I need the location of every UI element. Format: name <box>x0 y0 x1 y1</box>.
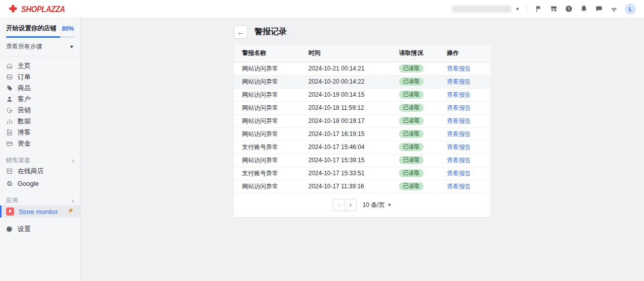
next-page-button[interactable]: › <box>345 199 357 211</box>
prev-page-button[interactable]: ‹ <box>333 199 345 211</box>
sidebar-item-online-store[interactable]: 在线商店 <box>0 165 80 177</box>
google-icon: G <box>6 180 13 187</box>
flag-icon[interactable] <box>534 5 542 13</box>
action-cell: 查看报告 <box>439 127 491 140</box>
alert-name-cell: 网站访问异常 <box>234 154 300 167</box>
back-button[interactable]: ← <box>234 25 248 39</box>
view-report-link[interactable]: 查看报告 <box>447 170 471 177</box>
sidebar-item-label: Store monitor <box>19 208 58 216</box>
network-icon[interactable] <box>610 5 618 13</box>
sidebar-item-home[interactable]: 主页 <box>0 60 80 72</box>
sidebar-item-marketing[interactable]: 营销 <box>0 105 80 116</box>
page-title: 警报记录 <box>255 27 287 37</box>
store-selector[interactable]: ▼ <box>452 6 520 13</box>
sidebar-item-label: 数据 <box>18 117 31 126</box>
sidebar-section-apps[interactable]: 应用 › <box>0 195 80 205</box>
view-report-link[interactable]: 查看报告 <box>447 78 471 85</box>
view-report-link[interactable]: 查看报告 <box>447 91 471 98</box>
alert-name-cell: 支付账号异常 <box>234 140 300 154</box>
status-badge: 已读取 <box>399 130 424 138</box>
sidebar-item-settings[interactable]: 设置 <box>0 224 80 235</box>
status-badge: 已读取 <box>399 64 424 73</box>
table-row[interactable]: 网站访问异常 2024-10-18 00:19:17 已读取 查看报告 <box>234 114 491 127</box>
view-report-link[interactable]: 查看报告 <box>447 183 471 190</box>
chevron-right-icon: › <box>72 157 74 164</box>
alert-time-cell: 2024-10-17 15:33:51 <box>300 167 391 180</box>
funds-icon <box>6 140 13 147</box>
table-row[interactable]: 网站访问异常 2024-10-20 00:14:22 已读取 查看报告 <box>234 75 491 88</box>
table-row[interactable]: 网站访问异常 2024-10-18 11:59:12 已读取 查看报告 <box>234 101 491 114</box>
alert-time-cell: 2024-10-17 15:46:04 <box>300 140 391 154</box>
sidebar-item-store-monitor[interactable]: Store monitor <box>0 205 80 218</box>
chevron-down-icon: ▼ <box>69 44 74 49</box>
chevron-right-icon: › <box>72 197 74 204</box>
status-cell: 已读取 <box>391 167 439 180</box>
notifications-icon[interactable] <box>580 5 588 13</box>
table-row[interactable]: 网站访问异常 2024-10-17 15:39:15 已读取 查看报告 <box>234 154 491 167</box>
sidebar-item-blog[interactable]: 博客 <box>0 127 80 138</box>
alerts-card: 警报名称 时间 读取情况 操作 网站访问异常 2024-10-21 00:14:… <box>234 45 491 217</box>
action-cell: 查看报告 <box>439 101 491 114</box>
sidebar-item-funds[interactable]: 资金 <box>0 138 80 149</box>
view-report-link[interactable]: 查看报告 <box>447 65 471 72</box>
setup-title: 开始设置你的店铺 <box>6 24 56 33</box>
sidebar-item-google[interactable]: G Google <box>0 177 80 189</box>
help-icon[interactable] <box>565 5 573 13</box>
table-header-row: 警报名称 时间 读取情况 操作 <box>234 45 491 62</box>
view-report-link[interactable]: 查看报告 <box>447 157 471 164</box>
status-cell: 已读取 <box>391 140 439 154</box>
action-cell: 查看报告 <box>439 75 491 88</box>
pin-icon[interactable] <box>67 207 74 216</box>
view-all-steps-label: 查看所有步骤 <box>6 42 42 51</box>
status-badge: 已读取 <box>399 182 424 190</box>
sidebar-item-customers[interactable]: 客户 <box>0 94 80 105</box>
table-row[interactable]: 网站访问异常 2024-10-19 00:14:15 已读取 查看报告 <box>234 88 491 101</box>
status-cell: 已读取 <box>391 154 439 167</box>
status-cell: 已读取 <box>391 101 439 114</box>
shoplazza-knot-icon <box>8 4 18 14</box>
sidebar-item-analytics[interactable]: 数据 <box>0 116 80 127</box>
messages-icon[interactable] <box>595 5 603 13</box>
table-row[interactable]: 网站访问异常 2024-10-17 16:19:15 已读取 查看报告 <box>234 127 491 140</box>
view-report-link[interactable]: 查看报告 <box>447 130 471 137</box>
action-cell: 查看报告 <box>439 114 491 127</box>
status-badge: 已读取 <box>399 91 424 99</box>
alert-time-cell: 2024-10-17 11:39:16 <box>300 180 391 193</box>
alert-time-cell: 2024-10-18 00:19:17 <box>300 114 391 127</box>
avatar[interactable]: L <box>625 4 636 15</box>
table-row[interactable]: 支付账号异常 2024-10-17 15:33:51 已读取 查看报告 <box>234 167 491 180</box>
view-all-steps[interactable]: 查看所有步骤 ▼ <box>6 42 74 51</box>
section-label: 应用 <box>6 196 18 205</box>
alerts-table: 警报名称 时间 读取情况 操作 网站访问异常 2024-10-21 00:14:… <box>234 45 491 193</box>
storefront-icon[interactable] <box>549 5 557 13</box>
alert-name-cell: 网站访问异常 <box>234 114 300 127</box>
customers-icon <box>6 96 13 103</box>
sidebar-item-label: Google <box>18 180 39 187</box>
table-row[interactable]: 支付账号异常 2024-10-17 15:46:04 已读取 查看报告 <box>234 140 491 154</box>
sidebar-item-products[interactable]: 商品 <box>0 83 80 94</box>
sidebar-item-orders[interactable]: 订单 <box>0 72 80 83</box>
alert-name-cell: 网站访问异常 <box>234 180 300 193</box>
page-size-selector[interactable]: 10 条/页 ▼ <box>363 201 392 209</box>
action-cell: 查看报告 <box>439 180 491 193</box>
action-cell: 查看报告 <box>439 154 491 167</box>
view-report-link[interactable]: 查看报告 <box>447 144 471 151</box>
table-row[interactable]: 网站访问异常 2024-10-17 11:39:16 已读取 查看报告 <box>234 180 491 193</box>
status-badge: 已读取 <box>399 143 424 151</box>
alert-time-cell: 2024-10-17 15:39:15 <box>300 154 391 167</box>
alert-name-cell: 网站访问异常 <box>234 88 300 101</box>
status-cell: 已读取 <box>391 114 439 127</box>
status-badge: 已读取 <box>399 169 424 177</box>
action-cell: 查看报告 <box>439 140 491 154</box>
table-row[interactable]: 网站访问异常 2024-10-21 00:14:21 已读取 查看报告 <box>234 62 491 75</box>
chevron-down-icon: ▼ <box>515 7 520 12</box>
view-report-link[interactable]: 查看报告 <box>447 104 471 111</box>
sidebar-item-label: 客户 <box>18 95 31 104</box>
alert-name-cell: 网站访问异常 <box>234 101 300 114</box>
store-name-redacted <box>452 6 511 13</box>
view-report-link[interactable]: 查看报告 <box>447 117 471 124</box>
setup-progress-bar <box>6 36 74 38</box>
setup-progress-percent: 80% <box>62 25 74 32</box>
header-divider <box>527 5 527 13</box>
sidebar-section-sales-channels[interactable]: 销售渠道 › <box>0 155 80 165</box>
